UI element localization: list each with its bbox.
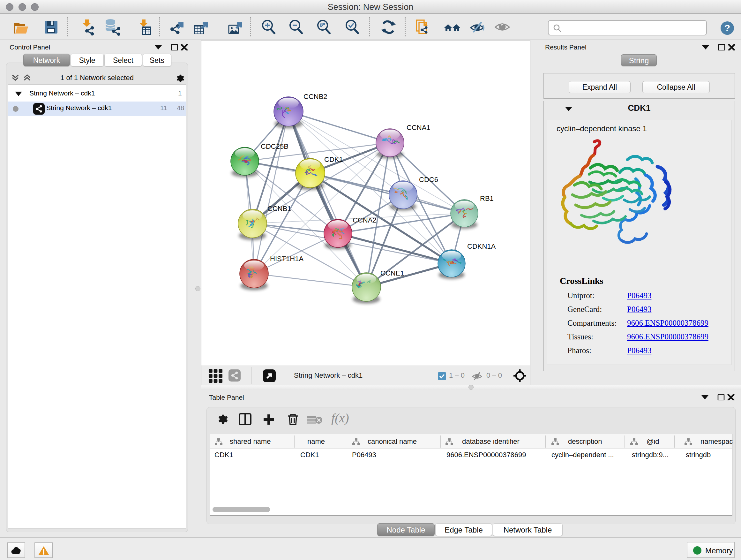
- svg-text:CDKN1A: CDKN1A: [467, 242, 496, 250]
- svg-text:CCNB2: CCNB2: [304, 92, 327, 101]
- svg-text:CDK1: CDK1: [324, 155, 343, 164]
- svg-text:CCNA2: CCNA2: [353, 216, 377, 224]
- svg-text:CDC6: CDC6: [419, 176, 438, 184]
- svg-text:CCNE1: CCNE1: [381, 269, 404, 277]
- svg-text:HIST1H1A: HIST1H1A: [270, 255, 304, 263]
- svg-text:CDC25B: CDC25B: [261, 142, 288, 150]
- svg-text:RB1: RB1: [480, 194, 494, 202]
- svg-text:CCNA1: CCNA1: [407, 124, 430, 132]
- svg-text:CCNB1: CCNB1: [267, 205, 291, 212]
